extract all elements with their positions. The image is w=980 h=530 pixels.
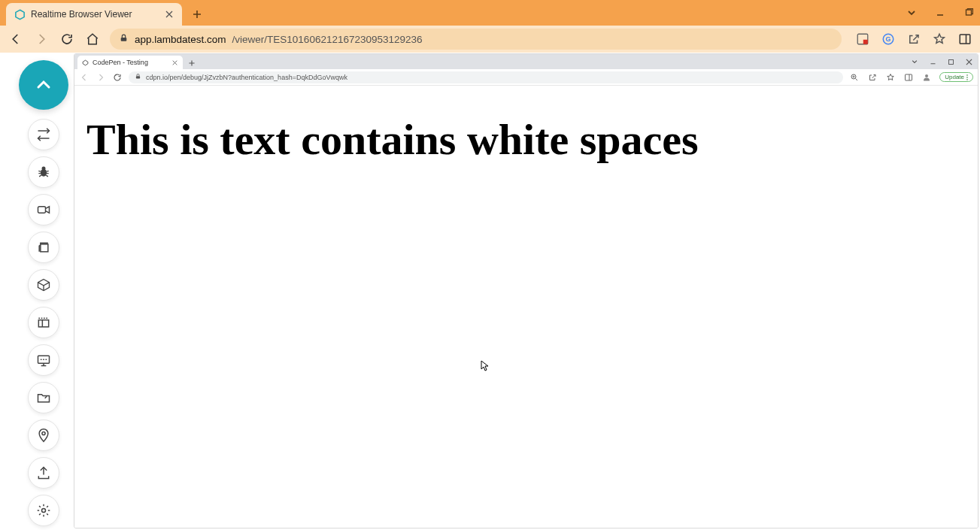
minimize-icon[interactable] <box>928 57 937 66</box>
svg-rect-11 <box>41 244 48 252</box>
svg-point-23 <box>966 74 968 76</box>
codepen-favicon-icon <box>82 59 89 66</box>
forward-button[interactable] <box>33 31 50 47</box>
side-panel-icon[interactable] <box>957 32 972 47</box>
svg-rect-20 <box>906 74 912 80</box>
outer-toolbar: app.lambdatest.com/viewer/TES10160621216… <box>0 26 980 53</box>
svg-rect-3 <box>863 40 868 44</box>
svg-rect-1 <box>121 38 127 41</box>
sidebar-monitor-button[interactable] <box>28 344 59 376</box>
svg-rect-18 <box>136 76 140 78</box>
sidebar-bug-button[interactable] <box>28 156 59 188</box>
update-label: Update <box>945 74 964 80</box>
sidebar-panel-button[interactable] <box>28 307 59 338</box>
bookmark-star-icon[interactable] <box>885 72 896 83</box>
lock-icon <box>135 73 141 81</box>
google-icon[interactable]: G <box>881 32 896 47</box>
mouse-cursor-icon <box>481 360 490 372</box>
profile-icon[interactable] <box>921 72 932 83</box>
svg-point-25 <box>966 79 968 80</box>
share-icon[interactable] <box>906 32 921 47</box>
app-content-area: CodePen - Testing <box>0 53 980 530</box>
svg-point-22 <box>925 74 928 77</box>
close-icon[interactable] <box>164 9 174 20</box>
svg-point-16 <box>42 509 46 513</box>
inner-tab-title: CodePen - Testing <box>93 59 167 66</box>
svg-rect-10 <box>38 207 46 213</box>
minimize-icon[interactable] <box>933 6 947 20</box>
remote-browser-viewer: CodePen - Testing <box>74 53 978 528</box>
inner-address-url: cdpn.io/pen/debug/JjZvzbN?authentication… <box>146 74 347 81</box>
home-button[interactable] <box>84 31 101 47</box>
inner-forward-button[interactable] <box>96 72 106 83</box>
sidebar-location-button[interactable] <box>28 419 59 451</box>
update-button[interactable]: Update <box>939 72 973 82</box>
inner-tab-active[interactable]: CodePen - Testing <box>77 56 183 69</box>
lambdatest-favicon-icon <box>14 8 26 20</box>
outer-tab-title: Realtime Browser Viewer <box>31 9 159 20</box>
svg-point-15 <box>42 432 45 435</box>
sidebar <box>18 60 69 526</box>
back-button[interactable] <box>8 31 24 47</box>
inner-toolbar-right: Update <box>849 72 973 83</box>
svg-rect-0 <box>966 10 972 15</box>
share-icon[interactable] <box>867 72 878 83</box>
svg-point-9 <box>42 167 46 171</box>
inner-back-button[interactable] <box>79 72 90 83</box>
maximize-icon[interactable] <box>946 57 955 66</box>
outer-browser-chrome: Realtime Browser Viewer <box>0 0 980 53</box>
side-panel-icon[interactable] <box>903 72 914 83</box>
bookmark-star-icon[interactable] <box>932 32 947 47</box>
translate-icon[interactable] <box>855 32 870 47</box>
sidebar-gallery-button[interactable] <box>28 232 59 263</box>
maximize-icon[interactable] <box>962 6 975 20</box>
inner-toolbar: cdpn.io/pen/debug/JjZvzbN?authentication… <box>74 69 978 86</box>
lock-icon <box>119 33 129 45</box>
outer-window-controls <box>905 0 980 26</box>
outer-tab-active[interactable]: Realtime Browser Viewer <box>6 3 182 26</box>
outer-tabstrip: Realtime Browser Viewer <box>0 0 980 26</box>
sidebar-settings-button[interactable] <box>28 495 59 526</box>
page-heading: This is text contains white spaces <box>86 114 966 165</box>
inner-page-content: This is text contains white spaces <box>74 86 978 528</box>
inner-reload-button[interactable] <box>112 72 123 83</box>
inner-window-controls <box>910 54 978 69</box>
sidebar-cube-button[interactable] <box>28 269 59 301</box>
new-tab-button[interactable] <box>187 4 208 25</box>
tabs-dropdown-icon[interactable] <box>905 6 918 20</box>
inner-address-bar[interactable]: cdpn.io/pen/debug/JjZvzbN?authentication… <box>129 71 843 83</box>
close-icon[interactable] <box>171 59 178 66</box>
svg-rect-17 <box>948 59 953 64</box>
sidebar-folder-button[interactable] <box>28 382 59 413</box>
reload-button[interactable] <box>59 31 75 47</box>
sidebar-record-button[interactable] <box>28 194 59 226</box>
close-icon[interactable] <box>964 57 973 66</box>
svg-rect-12 <box>38 320 48 327</box>
svg-text:G: G <box>885 35 890 43</box>
svg-point-24 <box>966 77 968 78</box>
outer-toolbar-right: G <box>851 32 972 47</box>
sidebar-switch-button[interactable] <box>28 119 59 150</box>
zoom-icon[interactable] <box>849 72 860 83</box>
inner-tabstrip: CodePen - Testing <box>74 54 978 69</box>
address-bar[interactable]: app.lambdatest.com/viewer/TES10160621216… <box>110 29 842 50</box>
svg-rect-6 <box>960 35 970 44</box>
sidebar-collapse-fab[interactable] <box>19 60 68 110</box>
tabs-dropdown-icon[interactable] <box>910 57 919 66</box>
sidebar-upload-button[interactable] <box>28 457 59 489</box>
inner-new-tab-button[interactable] <box>186 57 198 69</box>
address-domain: app.lambdatest.com <box>135 34 226 45</box>
address-path: /viewer/TES101606212167230953129236 <box>232 34 423 45</box>
